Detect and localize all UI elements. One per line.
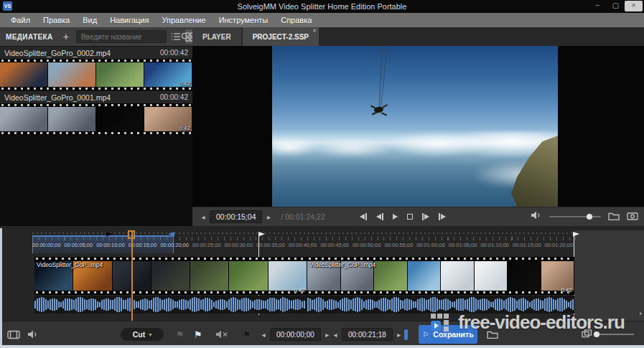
video-thumbnail[interactable]: [0, 62, 48, 87]
video-thumbnail[interactable]: [190, 261, 229, 291]
library-clip-row[interactable]: VideoSplitter_GoPro_0001.mp400:00:42: [0, 90, 192, 103]
video-thumbnail[interactable]: [508, 261, 541, 291]
audio-waveform[interactable]: [34, 296, 307, 314]
audio-toggle-icon[interactable]: [27, 321, 39, 347]
menu-item[interactable]: Навигация: [103, 14, 155, 26]
waveform-bar: [181, 299, 182, 310]
menu-item[interactable]: Файл: [4, 14, 37, 26]
waveform-bar: [533, 299, 535, 309]
add-media-button[interactable]: +: [63, 31, 69, 42]
timeline-clip[interactable]: VideoSplitter_GoP...mp40:42: [34, 257, 307, 314]
zoom-slider[interactable]: [597, 334, 634, 335]
open-folder-icon[interactable]: [608, 210, 620, 223]
play-icon[interactable]: [393, 212, 398, 221]
waveform-bar: [353, 298, 354, 311]
current-time-display[interactable]: 00:00:15;04: [210, 210, 262, 223]
waveform-bar: [65, 298, 66, 310]
time-increment-button[interactable]: ▸: [262, 213, 275, 221]
add-marker-white-icon[interactable]: ⚑: [194, 321, 202, 347]
waveform-bar: [166, 298, 167, 311]
tab-project[interactable]: PROJECT-2.SSP ✕: [243, 27, 319, 46]
video-thumbnail[interactable]: [96, 107, 144, 131]
video-thumbnail[interactable]: [151, 261, 190, 291]
audio-waveform[interactable]: [307, 296, 574, 314]
video-thumbnail[interactable]: [541, 261, 575, 291]
timeline-scroll-right-icon[interactable]: ›: [639, 309, 642, 317]
minimize-button[interactable]: −: [589, 0, 607, 12]
timeline-clip[interactable]: VideoSplitter_GoP...mp40:42: [307, 257, 574, 314]
volume-slider[interactable]: [549, 216, 601, 217]
menu-item[interactable]: Справка: [274, 14, 318, 26]
video-thumbnail[interactable]: [475, 261, 508, 291]
menu-item[interactable]: Инструменты: [213, 14, 275, 26]
video-thumbnail[interactable]: [48, 107, 96, 131]
menu-item[interactable]: Правка: [37, 14, 76, 26]
edit-mode-dropdown[interactable]: Cut ▾: [121, 328, 164, 341]
save-button[interactable]: ⚐ Сохранить: [419, 325, 477, 344]
filmstrip[interactable]: 0:42: [0, 103, 192, 135]
list-view-icon[interactable]: [171, 29, 181, 44]
video-thumbnail[interactable]: [441, 261, 475, 291]
frame-back-icon[interactable]: [376, 212, 383, 221]
time-decrement-button[interactable]: ◂: [197, 213, 210, 221]
volume-slider-handle[interactable]: [587, 214, 592, 220]
video-thumbnail[interactable]: [269, 261, 307, 291]
menu-item[interactable]: Вид: [76, 14, 103, 26]
next-marker-icon[interactable]: [439, 212, 446, 221]
timeline[interactable]: 00:00:00;0000:00:05;0000:00:10;0000:00:1…: [0, 226, 644, 321]
filmstrip[interactable]: 0:42: [0, 59, 192, 90]
start-decrement-button[interactable]: ◂: [257, 331, 270, 339]
video-thumbnail[interactable]: [374, 261, 408, 291]
waveform-bar: [564, 299, 565, 311]
snapshot-icon[interactable]: [627, 210, 638, 223]
maximize-button[interactable]: ▢: [607, 0, 625, 12]
zoom-fit-icon[interactable]: [582, 328, 592, 341]
output-folder-icon[interactable]: [487, 321, 498, 347]
waveform-bar: [198, 298, 200, 311]
playhead-line[interactable]: [131, 230, 133, 321]
prev-marker-icon[interactable]: [360, 212, 367, 221]
title-bar: VS SolveigMM Video Splitter Home Edition…: [0, 0, 644, 13]
waveform-bar: [299, 300, 301, 309]
video-thumbnail[interactable]: [0, 107, 48, 131]
waveform-bar: [320, 298, 322, 311]
mute-fragment-icon[interactable]: [215, 321, 228, 347]
chevron-down-icon: ▾: [149, 331, 151, 338]
search-input[interactable]: [77, 33, 180, 41]
goto-marker-icon[interactable]: ⚑: [243, 321, 251, 347]
waveform-bar: [207, 298, 208, 312]
stop-icon[interactable]: [407, 212, 413, 221]
waveform-bar: [510, 297, 511, 312]
timeline-view-icon[interactable]: [7, 321, 20, 347]
waveform-bar: [134, 300, 135, 310]
zoom-slider-handle[interactable]: [594, 331, 599, 337]
waveform-bar: [381, 298, 382, 311]
waveform-bar: [170, 298, 172, 311]
video-thumbnail[interactable]: [229, 261, 268, 291]
library-clip-row[interactable]: VideoSplitter_GoPro_0002.mp400:00:42: [0, 46, 192, 59]
library-clip-list: VideoSplitter_GoPro_0002.mp400:00:420:42…: [0, 46, 192, 135]
waveform-bar: [274, 298, 275, 311]
video-thumbnail[interactable]: [408, 261, 442, 291]
tab-player[interactable]: PLAYER: [192, 27, 241, 46]
waveform-bar: [114, 298, 116, 311]
video-thumbnail[interactable]: [96, 62, 144, 87]
tab-close-icon[interactable]: ✕: [312, 28, 317, 34]
slice-marker-icon[interactable]: [404, 329, 408, 340]
waveform-bar: [84, 299, 85, 310]
fragment-end-time[interactable]: 00:00:21;18: [342, 328, 393, 341]
volume-icon[interactable]: [531, 210, 542, 223]
waveform-bar: [205, 298, 206, 311]
waveform-bar: [415, 301, 416, 308]
waveform-bar: [155, 297, 157, 312]
fragment-start-time[interactable]: 00:00:00;00: [270, 328, 321, 341]
end-decrement-button[interactable]: ◂: [329, 331, 342, 339]
close-button[interactable]: ×: [625, 1, 643, 11]
menu-item[interactable]: Управление: [155, 14, 212, 26]
timeline-clip-label: VideoSplitter_GoP...mp4: [309, 261, 375, 268]
frame-forward-icon[interactable]: [422, 212, 429, 221]
video-thumbnail[interactable]: [48, 62, 96, 87]
waveform-bar: [327, 301, 328, 309]
clip-duration-badge: 0:42: [561, 287, 572, 293]
add-marker-dark-icon[interactable]: ⚑: [176, 321, 185, 347]
